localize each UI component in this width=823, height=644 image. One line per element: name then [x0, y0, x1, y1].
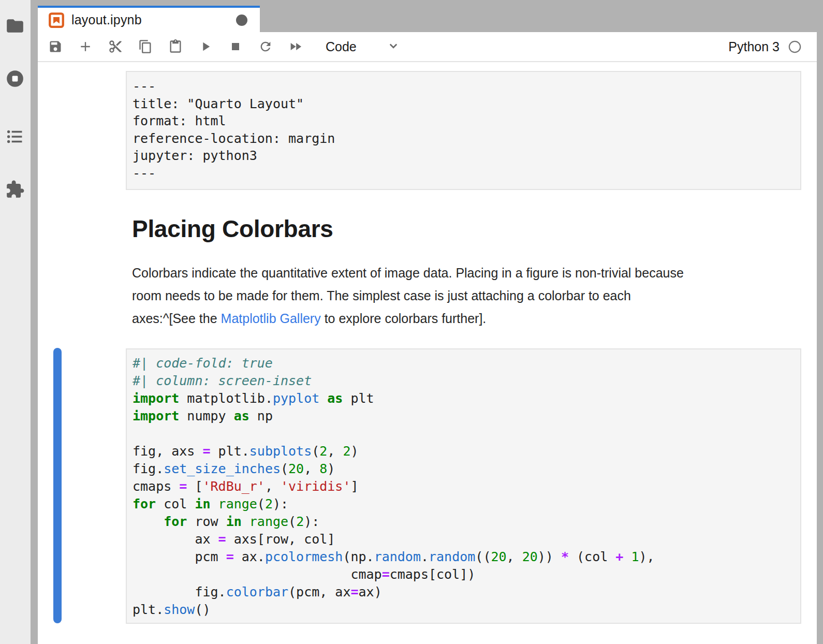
- plus-icon: [78, 39, 93, 54]
- sidebar-item-extension-manager[interactable]: [5, 180, 25, 199]
- restart-kernel-button[interactable]: [258, 39, 273, 54]
- paragraph-text: axes:^[See the: [132, 311, 221, 326]
- cell-type-dropdown[interactable]: Code: [326, 38, 401, 55]
- code-editor-lines: #| code-fold: true#| column: screen-inse…: [133, 355, 800, 619]
- code-cell-editor[interactable]: #| code-fold: true#| column: screen-inse…: [126, 348, 801, 624]
- code-token: (: [281, 461, 288, 476]
- markdown-heading: Placing Colorbars: [132, 215, 333, 242]
- code-token: (: [312, 444, 319, 459]
- code-token: in: [195, 496, 210, 511]
- insert-cell-button[interactable]: [78, 39, 93, 54]
- copy-cells-button[interactable]: [138, 39, 153, 54]
- raw-line: ---: [133, 165, 800, 182]
- chevron-down-icon: [357, 38, 401, 55]
- raw-cell-editor[interactable]: --- title: "Quarto Layout" format: html …: [126, 71, 801, 190]
- code-token: cmap: [133, 567, 382, 582]
- tab-title: layout.ipynb: [71, 12, 142, 27]
- kernel-name[interactable]: Python 3: [728, 39, 780, 54]
- code-token: ):: [273, 496, 288, 511]
- clipboard-icon: [168, 39, 183, 54]
- code-line: for col in range(2):: [133, 495, 800, 513]
- paragraph-line: axes:^[See the Matplotlib Gallery to exp…: [132, 307, 684, 330]
- code-token: cmaps[col]): [390, 567, 476, 582]
- cell-collapser[interactable]: [53, 348, 62, 623]
- code-line: ax = axs[row, col]: [133, 531, 800, 548]
- code-token: pyplot: [273, 391, 319, 406]
- code-token: row: [187, 514, 226, 529]
- code-token: (: [288, 514, 296, 529]
- notebook-toolbar: Code Python 3: [38, 32, 817, 62]
- folder-icon: [5, 16, 25, 36]
- code-token: =: [226, 549, 234, 564]
- code-token: col: [156, 496, 195, 511]
- code-token: 8: [319, 461, 327, 476]
- code-token: ax): [359, 584, 382, 599]
- code-token: for: [164, 514, 187, 529]
- copy-icon: [138, 39, 153, 54]
- sidebar-item-table-of-contents[interactable]: [5, 127, 25, 147]
- code-token: plt.: [133, 602, 164, 617]
- code-token: 20: [522, 549, 538, 564]
- code-token: ]: [350, 479, 358, 494]
- code-line: cmap=cmaps[col]): [133, 566, 800, 583]
- code-token: 'viridis': [281, 479, 350, 494]
- run-cell-button[interactable]: [198, 39, 213, 54]
- code-token: ):: [304, 514, 319, 529]
- code-token: ,: [265, 479, 281, 494]
- code-token: [133, 514, 164, 529]
- restart-run-all-button[interactable]: [288, 39, 303, 54]
- code-token: random: [374, 549, 421, 564]
- raw-line: reference-location: margin: [133, 130, 800, 148]
- code-token: cmaps: [133, 479, 179, 494]
- activity-sidebar: [0, 0, 31, 644]
- sidebar-item-running-kernels[interactable]: [5, 69, 25, 89]
- code-token: plt.: [211, 444, 249, 459]
- paragraph-line: Colorbars indicate the quantitative exte…: [132, 261, 684, 284]
- code-token: import: [133, 391, 179, 406]
- cut-cells-button[interactable]: [108, 39, 123, 54]
- save-icon: [48, 39, 63, 54]
- notebook-icon: [48, 11, 65, 29]
- tab-layout-ipynb[interactable]: layout.ipynb: [38, 6, 260, 32]
- code-token: matplotlib.: [179, 391, 273, 406]
- code-token: pcm: [133, 549, 226, 564]
- code-token: ax: [133, 532, 218, 547]
- sidebar-item-file-browser[interactable]: [5, 16, 25, 36]
- code-token: =: [202, 444, 210, 459]
- cell-type-value: Code: [326, 39, 357, 54]
- code-token: range: [218, 496, 257, 511]
- code-line: fig.colorbar(pcm, ax=ax): [133, 583, 800, 601]
- code-token: for: [133, 496, 156, 511]
- jupyterlab-window: layout.ipynb C: [0, 0, 823, 644]
- code-token: #| code-fold: true: [133, 356, 273, 371]
- fast-forward-icon: [288, 39, 303, 54]
- code-token: 20: [491, 549, 506, 564]
- code-token: ): [351, 444, 359, 459]
- code-line: fig.set_size_inches(20, 8): [133, 460, 800, 478]
- raw-line: jupyter: python3: [133, 147, 800, 165]
- code-line: for row in range(2):: [133, 513, 800, 531]
- raw-line: ---: [133, 78, 800, 95]
- code-token: np: [249, 408, 273, 423]
- save-button[interactable]: [48, 39, 63, 54]
- code-token: set_size_inches: [164, 461, 281, 476]
- code-token: ,: [327, 444, 343, 459]
- code-token: =: [179, 479, 187, 494]
- code-token: (np.: [343, 549, 374, 564]
- code-token: (): [195, 602, 210, 617]
- raw-line: format: html: [133, 112, 800, 130]
- paste-cells-button[interactable]: [168, 39, 183, 54]
- code-token: range: [249, 514, 288, 529]
- code-token: ,: [507, 549, 522, 564]
- code-token: ((: [475, 549, 491, 564]
- code-token: ): [327, 461, 335, 476]
- matplotlib-gallery-link[interactable]: Matplotlib Gallery: [221, 311, 321, 326]
- code-token: in: [226, 514, 242, 529]
- code-token: [623, 549, 631, 564]
- code-token: colorbar: [226, 584, 288, 599]
- code-token: *: [561, 549, 569, 564]
- interrupt-kernel-button[interactable]: [228, 39, 243, 54]
- code-token: [242, 514, 249, 529]
- code-token: 1: [631, 549, 639, 564]
- code-token: axs[row, col]: [226, 532, 335, 547]
